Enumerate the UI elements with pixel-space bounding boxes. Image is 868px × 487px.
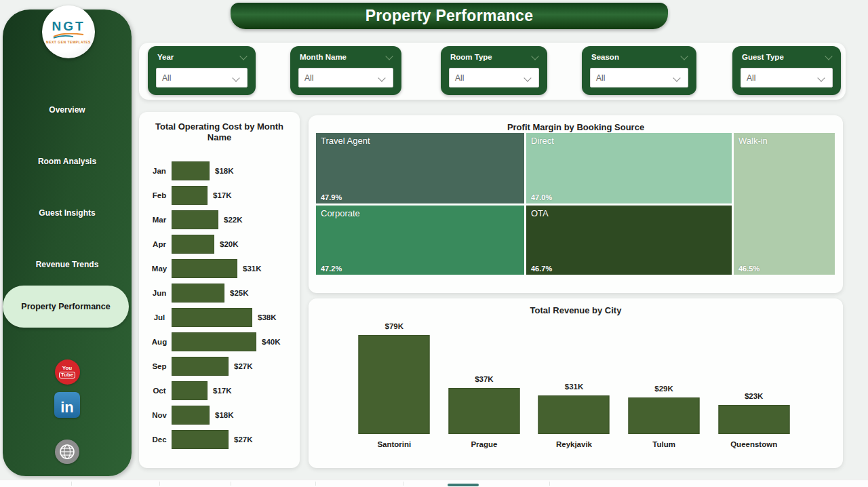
chevron-down-icon[interactable] xyxy=(385,52,393,60)
cost-bar[interactable] xyxy=(172,357,229,376)
chevron-down-icon[interactable] xyxy=(825,52,832,60)
ngt-logo-text: NGT xyxy=(52,20,85,33)
youtube-icon[interactable]: You Tube xyxy=(55,359,80,385)
cost-bar-value-label: $38K xyxy=(258,313,277,322)
treemap-tile-direct[interactable]: Direct47.0% xyxy=(526,133,732,203)
chevron-down-icon[interactable] xyxy=(239,52,247,60)
sidebar-item-guest-insights[interactable]: Guest Insights xyxy=(3,208,132,218)
treemap-tile-label: OTA xyxy=(531,208,549,218)
dashboard-page: NGT NEXT GEN TEMPLATES OverviewRoom Anal… xyxy=(0,0,868,487)
revenue-bar[interactable] xyxy=(448,388,519,434)
cost-bar[interactable] xyxy=(172,259,237,278)
website-globe-icon[interactable] xyxy=(55,440,79,464)
revenue-bar-category-label: Santorini xyxy=(349,440,439,448)
page-tab-separator xyxy=(315,482,316,486)
cost-bar-value-label: $17K xyxy=(213,191,232,199)
page-tab-separator xyxy=(71,482,72,486)
slicer-guest-type-dropdown[interactable]: All xyxy=(741,68,833,87)
revenue-bar-slot: $23KQueenstown xyxy=(709,323,799,434)
slicer-season-dropdown[interactable]: All xyxy=(590,68,688,87)
slicer-room-type-dropdown[interactable]: All xyxy=(449,68,539,87)
treemap-tile-percent: 47.2% xyxy=(321,265,342,273)
cost-bar[interactable] xyxy=(172,210,218,229)
cost-bar[interactable] xyxy=(172,332,256,351)
cost-bar-category-label: Sep xyxy=(147,362,172,370)
sidebar-item-website[interactable] xyxy=(3,440,132,464)
sidebar-item-youtube[interactable]: You Tube xyxy=(3,359,132,385)
ngt-logo-subtext: NEXT GEN TEMPLATES xyxy=(46,40,91,44)
revenue-bar[interactable] xyxy=(538,395,610,434)
slicer-room-type-value: All xyxy=(455,73,525,83)
revenue-bar-category-label: Reykjavik xyxy=(529,440,619,448)
treemap-tile-corporate[interactable]: Corporate47.2% xyxy=(316,206,524,275)
cost-bar-row: Jan$18K xyxy=(147,159,296,183)
chevron-down-icon[interactable] xyxy=(531,52,538,60)
revenue-bar[interactable] xyxy=(718,405,789,434)
sidebar-item-property-performance[interactable]: Property Performance xyxy=(3,286,129,328)
sidebar-item-revenue-trends[interactable]: Revenue Trends xyxy=(3,260,132,269)
slicer-month-name: Month NameAll xyxy=(290,46,401,95)
profit-margin-treemap-title: Profit Margin by Booking Source xyxy=(309,122,843,133)
cost-bar-value-label: $31K xyxy=(243,265,262,273)
revenue-bar-value-label: $37K xyxy=(439,375,530,383)
slicer-season-value: All xyxy=(596,73,674,83)
cost-bar-row: Aug$40K xyxy=(147,330,296,354)
slicer-guest-type-value: All xyxy=(747,73,818,83)
page-tab-separator xyxy=(159,482,160,486)
revenue-bar-category-label: Queenstown xyxy=(709,440,799,448)
linkedin-icon-label: in xyxy=(60,400,74,415)
slicer-year-value: All xyxy=(162,73,233,83)
cost-bar[interactable] xyxy=(172,186,208,205)
operating-cost-chart-title: Total Operating Cost by Month Name xyxy=(149,121,290,144)
slicer-month-name-label: Month Name xyxy=(300,53,347,61)
cost-bar-category-label: Apr xyxy=(147,240,172,248)
cost-bar-category-label: Dec xyxy=(147,435,172,444)
cost-bar[interactable] xyxy=(172,284,224,303)
cost-bar-row: Apr$20K xyxy=(147,232,296,256)
page-tab-indicator[interactable] xyxy=(448,484,479,486)
youtube-icon-label2: Tube xyxy=(59,372,76,378)
slicer-year-label: Year xyxy=(157,53,174,61)
slicer-month-name-dropdown[interactable]: All xyxy=(298,68,393,87)
treemap-tile-label: Direct xyxy=(531,136,554,146)
cost-bar-row: Dec$27K xyxy=(147,427,296,452)
chevron-down-icon[interactable] xyxy=(680,52,688,60)
sidebar-item-overview[interactable]: Overview xyxy=(3,105,132,115)
cost-bar-row: Feb$17K xyxy=(147,183,296,208)
linkedin-icon[interactable]: in xyxy=(54,392,80,418)
cost-bar-row: Jul$38K xyxy=(147,305,296,330)
treemap-tile-travel-agent[interactable]: Travel Agent47.9% xyxy=(316,133,524,203)
treemap-tile-label: Travel Agent xyxy=(321,136,370,146)
cost-bar[interactable] xyxy=(172,406,210,425)
cost-bar[interactable] xyxy=(172,430,229,449)
cost-bar-category-label: Feb xyxy=(147,191,172,199)
page-header-banner: Property Performance xyxy=(231,3,668,29)
chevron-down-icon xyxy=(232,74,239,81)
cost-bar[interactable] xyxy=(172,161,210,180)
cost-bar-row: Jun$25K xyxy=(147,281,296,305)
profit-margin-treemap: Travel Agent47.9%Direct47.0%Walk-in46.5%… xyxy=(316,133,835,275)
cost-bar[interactable] xyxy=(172,381,208,400)
cost-bar-row: May$31K xyxy=(147,256,296,281)
profit-margin-treemap-card: Profit Margin by Booking Source Travel A… xyxy=(309,115,843,293)
page-tab-separator xyxy=(403,482,404,486)
treemap-tile-ota[interactable]: OTA46.7% xyxy=(526,206,732,275)
cost-bar-category-label: Jun xyxy=(147,289,172,297)
cost-bar-category-label: Jul xyxy=(147,313,172,322)
slicer-year-dropdown[interactable]: All xyxy=(156,68,248,87)
sidebar-item-linkedin[interactable]: in xyxy=(3,392,132,418)
sidebar-item-room-analysis[interactable]: Room Analysis xyxy=(3,157,132,166)
cost-bar-category-label: Nov xyxy=(147,411,172,419)
cost-bar[interactable] xyxy=(172,235,214,254)
treemap-tile-walk-in[interactable]: Walk-in46.5% xyxy=(734,133,835,275)
cost-bar[interactable] xyxy=(172,308,252,327)
revenue-bar-slot: $31KReykjavik xyxy=(529,323,619,434)
sidebar: NGT NEXT GEN TEMPLATES OverviewRoom Anal… xyxy=(3,9,132,476)
cost-bar-value-label: $22K xyxy=(224,216,243,224)
page-tab-separator xyxy=(549,482,550,486)
revenue-bar[interactable] xyxy=(629,397,700,434)
slicer-guest-type: Guest TypeAll xyxy=(732,46,841,95)
revenue-bar[interactable] xyxy=(359,335,430,434)
cost-bar-value-label: $27K xyxy=(234,362,253,370)
chevron-down-icon xyxy=(817,74,825,81)
